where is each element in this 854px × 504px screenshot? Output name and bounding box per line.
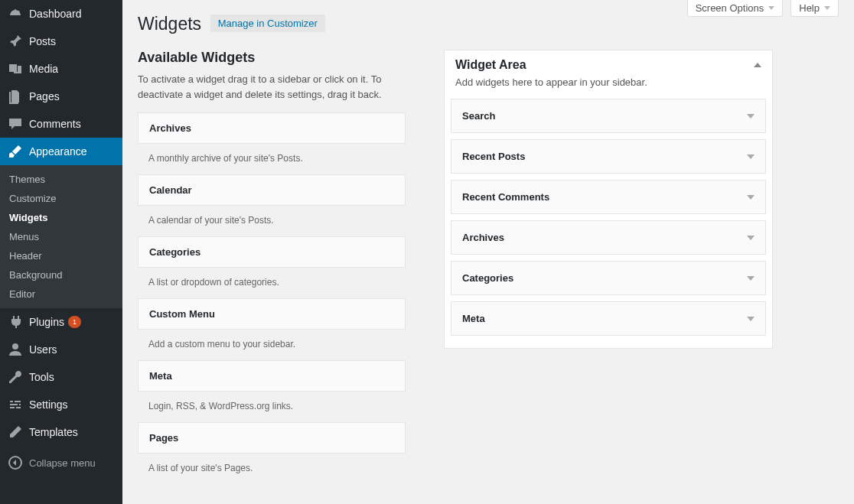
placed-widget-title: Archives [462, 232, 504, 243]
sliders-icon [8, 397, 23, 412]
widget-area-title: Widget Area [455, 58, 526, 72]
sidebar-item-appearance[interactable]: Appearance [0, 138, 122, 165]
collapse-menu-button[interactable]: Collapse menu [0, 449, 122, 476]
placed-widget-categories[interactable]: Categories [451, 261, 766, 295]
sidebar-item-plugins[interactable]: Plugins 1 [0, 308, 122, 336]
placed-widget-archives[interactable]: Archives [451, 220, 766, 255]
media-icon [8, 61, 23, 76]
collapse-label: Collapse menu [29, 457, 96, 469]
sidebar-item-label: Posts [29, 35, 56, 47]
sidebar-item-label: Pages [29, 90, 60, 102]
user-icon [8, 342, 23, 357]
page-title: Widgets [138, 0, 201, 34]
wrench-icon [8, 369, 23, 385]
pages-icon [8, 89, 23, 104]
main-content: Screen Options Help Widgets Manage in Cu… [122, 0, 854, 504]
brush-icon [8, 144, 23, 159]
widget-area-panel: Widget Area Add widgets here to appear i… [444, 50, 773, 349]
sidebar-item-tools[interactable]: Tools [0, 363, 122, 391]
chevron-down-icon [747, 236, 755, 240]
placed-widget-title: Recent Posts [462, 151, 525, 162]
chevron-down-icon [747, 276, 755, 281]
widget-area-body: Search Recent Posts Recent Comments Arch… [445, 99, 772, 348]
available-widget-desc: A list of your site's Pages. [138, 454, 406, 484]
placed-widget-meta[interactable]: Meta [451, 301, 766, 336]
sidebar-item-users[interactable]: Users [0, 336, 122, 363]
comment-icon [8, 116, 23, 132]
available-widget-calendar[interactable]: Calendar [138, 174, 406, 206]
submenu-item-widgets[interactable]: Widgets [0, 208, 122, 227]
placed-widget-search[interactable]: Search [451, 99, 766, 133]
available-widget-archives[interactable]: Archives [138, 112, 406, 144]
placed-widget-recent-posts[interactable]: Recent Posts [451, 139, 766, 174]
sidebar-item-label: Comments [29, 118, 81, 130]
sidebar-item-pages[interactable]: Pages [0, 83, 122, 110]
placed-widget-title: Recent Comments [462, 191, 549, 203]
submenu-item-customize[interactable]: Customize [0, 189, 122, 208]
pencil-icon [8, 424, 23, 440]
pin-icon [8, 34, 23, 49]
available-widget-desc: Add a custom menu to your sidebar. [138, 330, 406, 360]
sidebar-item-media[interactable]: Media [0, 55, 122, 83]
chevron-down-icon [824, 6, 830, 10]
sidebar-item-label: Templates [29, 426, 78, 438]
widget-area-description: Add widgets here to appear in your sideb… [445, 75, 772, 99]
appearance-submenu: Themes Customize Widgets Menus Header Ba… [0, 165, 122, 308]
widget-area-toggle[interactable]: Widget Area [445, 50, 772, 75]
available-widget-desc: Login, RSS, & WordPress.org links. [138, 392, 406, 422]
help-button[interactable]: Help [790, 0, 839, 17]
screen-meta-links: Screen Options Help [687, 0, 839, 17]
sidebar-item-label: Users [29, 343, 57, 356]
plug-icon [8, 314, 23, 330]
screen-options-button[interactable]: Screen Options [687, 0, 784, 17]
sidebar-item-label: Tools [29, 371, 54, 383]
plugins-update-badge: 1 [68, 316, 81, 328]
placed-widget-recent-comments[interactable]: Recent Comments [451, 180, 766, 214]
sidebar-item-comments[interactable]: Comments [0, 110, 122, 138]
placed-widget-title: Search [462, 110, 495, 122]
widget-areas-column: Widget Area Add widgets here to appear i… [444, 50, 773, 484]
submenu-item-themes[interactable]: Themes [0, 170, 122, 189]
collapse-icon [8, 455, 23, 470]
sidebar-item-label: Plugins [29, 316, 64, 328]
chevron-down-icon [747, 154, 755, 159]
available-widget-custom-menu[interactable]: Custom Menu [138, 298, 406, 330]
available-widgets-column: Available Widgets To activate a widget d… [138, 50, 406, 484]
available-widget-categories[interactable]: Categories [138, 236, 406, 268]
sidebar-item-dashboard[interactable]: Dashboard [0, 0, 122, 28]
sidebar-item-label: Dashboard [29, 8, 82, 20]
sidebar-item-settings[interactable]: Settings [0, 391, 122, 418]
placed-widget-title: Meta [462, 313, 485, 324]
available-widgets-title: Available Widgets [138, 50, 406, 66]
submenu-item-header[interactable]: Header [0, 246, 122, 265]
sidebar-item-templates[interactable]: Templates [0, 418, 122, 446]
available-widget-pages[interactable]: Pages [138, 422, 406, 454]
manage-in-customizer-link[interactable]: Manage in Customizer [210, 15, 325, 32]
admin-sidebar: Dashboard Posts Media Pages Comments App… [0, 0, 122, 504]
sidebar-item-posts[interactable]: Posts [0, 28, 122, 55]
available-widget-desc: A calendar of your site's Posts. [138, 206, 406, 236]
available-widgets-description: To activate a widget drag it to a sideba… [138, 72, 406, 102]
submenu-item-background[interactable]: Background [0, 265, 122, 285]
submenu-item-editor[interactable]: Editor [0, 285, 122, 304]
submenu-item-menus[interactable]: Menus [0, 227, 122, 246]
svg-point-0 [12, 343, 18, 350]
help-label: Help [799, 2, 820, 14]
dashboard-icon [8, 6, 23, 21]
screen-options-label: Screen Options [696, 2, 764, 14]
sidebar-item-label: Media [29, 63, 58, 75]
chevron-down-icon [747, 114, 755, 119]
chevron-down-icon [747, 317, 755, 321]
available-widget-meta[interactable]: Meta [138, 360, 406, 392]
available-widget-desc: A list or dropdown of categories. [138, 268, 406, 298]
chevron-down-icon [768, 6, 774, 10]
placed-widget-title: Categories [462, 272, 513, 284]
chevron-up-icon [754, 63, 761, 67]
chevron-down-icon [747, 195, 755, 200]
sidebar-item-label: Settings [29, 398, 68, 411]
sidebar-item-label: Appearance [29, 145, 87, 158]
available-widget-desc: A monthly archive of your site's Posts. [138, 144, 406, 174]
